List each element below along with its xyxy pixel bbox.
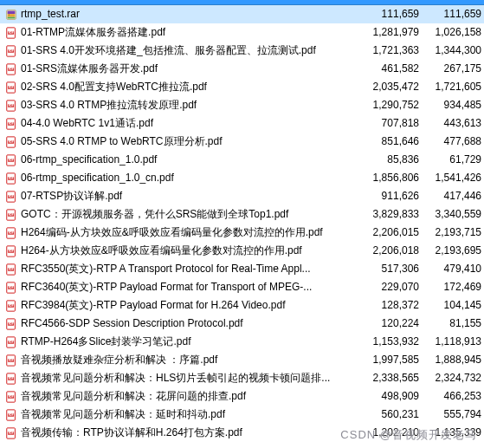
- file-packed-size: 466,253: [424, 387, 483, 406]
- file-size: 3,829,833: [365, 205, 424, 224]
- file-row[interactable]: 音视频常见问题分析和解决：花屏问题的排查.pdf498,909466,253: [0, 387, 484, 406]
- file-row[interactable]: 06-rtmp_specification_1.0_cn.pdf1,856,80…: [0, 169, 484, 187]
- pdf-icon: [3, 318, 19, 330]
- file-row[interactable]: 05-SRS 4.0 RTMP to WebRTC原理分析.pdf851,646…: [0, 133, 484, 151]
- file-size: 2,035,472: [365, 78, 424, 96]
- file-name: 02-SRS 4.0配置支持WebRTC推拉流.pdf: [19, 78, 365, 96]
- file-row[interactable]: H264-从方块效应&呼吸效应看编码量化参数对流控的作用.pdf2,206,01…: [0, 242, 484, 260]
- file-size: 1,290,752: [365, 96, 424, 114]
- file-name: 01-RTMP流媒体服务器搭建.pdf: [19, 23, 365, 42]
- file-row[interactable]: 01-SRS流媒体服务器开发.pdf461,582267,175: [0, 60, 484, 78]
- file-size: 1,856,806: [365, 169, 424, 187]
- file-row[interactable]: RTMP-H264多Slice封装学习笔记.pdf1,153,9321,118,…: [0, 333, 484, 351]
- file-packed-size: 61,729: [424, 151, 483, 169]
- file-name: 01-SRS 4.0开发环境搭建_包括推流、服务器配置、拉流测试.pdf: [19, 42, 365, 60]
- pdf-icon: [3, 263, 19, 276]
- file-row[interactable]: RFC4566-SDP Session Description Protocol…: [0, 315, 484, 333]
- file-name: 01-SRS流媒体服务器开发.pdf: [19, 60, 365, 78]
- file-name: 音视频常见问题分析和解决：花屏问题的排查.pdf: [19, 387, 365, 406]
- file-row[interactable]: H264编码-从方块效应&呼吸效应看编码量化参数对流控的作用.pdf2,206,…: [0, 224, 484, 242]
- file-name: GOTC：开源视频服务器，凭什么SRS能做到全球Top1.pdf: [19, 205, 365, 224]
- file-packed-size: 479,410: [424, 260, 483, 278]
- file-row[interactable]: rtmp_test.rar111,659111,659: [0, 5, 484, 23]
- pdf-icon: [3, 300, 19, 312]
- pdf-icon: [3, 336, 19, 348]
- file-row[interactable]: 04-4.0 WebRTC 1v1通话.pdf707,818443,613: [0, 114, 484, 133]
- file-packed-size: 1,026,158: [424, 23, 483, 42]
- file-size: 1,202,210: [365, 424, 424, 442]
- file-row[interactable]: RFC3640(英文)-RTP Payload Format for Trans…: [0, 278, 484, 296]
- file-row[interactable]: 07-RTSP协议详解.pdf911,626417,446: [0, 187, 484, 205]
- file-packed-size: 2,193,695: [424, 242, 483, 260]
- file-size: 1,997,585: [365, 351, 424, 369]
- pdf-icon: [3, 373, 19, 385]
- file-packed-size: 2,324,732: [424, 369, 483, 387]
- file-row[interactable]: RFC3550(英文)-RTP A Transport Protocol for…: [0, 260, 484, 278]
- file-name: 06-rtmp_specification_1.0_cn.pdf: [19, 169, 365, 187]
- file-packed-size: 1,118,913: [424, 333, 483, 351]
- file-size: 517,306: [365, 260, 424, 278]
- file-row[interactable]: RFC3984(英文)-RTP Payload Format for H.264…: [0, 296, 484, 315]
- file-size: 2,206,018: [365, 242, 424, 260]
- file-packed-size: 81,155: [424, 315, 483, 333]
- file-row[interactable]: 音视频常见问题分析和解决：延时和抖动.pdf560,231555,794: [0, 406, 484, 424]
- file-size: 85,836: [365, 151, 424, 169]
- file-row[interactable]: GOTC：开源视频服务器，凭什么SRS能做到全球Top1.pdf3,829,83…: [0, 205, 484, 224]
- file-packed-size: 417,446: [424, 187, 483, 205]
- file-size: 560,231: [365, 406, 424, 424]
- file-size: 120,224: [365, 315, 424, 333]
- pdf-icon: [3, 427, 19, 439]
- file-name: 04-4.0 WebRTC 1v1通话.pdf: [19, 114, 365, 133]
- file-name: 05-SRS 4.0 RTMP to WebRTC原理分析.pdf: [19, 133, 365, 151]
- pdf-icon: [3, 118, 19, 130]
- file-packed-size: 1,721,605: [424, 78, 483, 96]
- file-packed-size: 1,135,339: [424, 424, 483, 442]
- file-size: 1,281,979: [365, 23, 424, 42]
- pdf-icon: [3, 409, 19, 421]
- pdf-icon: [3, 136, 19, 148]
- file-size: 851,646: [365, 133, 424, 151]
- file-packed-size: 1,888,945: [424, 351, 483, 369]
- file-list[interactable]: rtmp_test.rar111,659111,65901-RTMP流媒体服务器…: [0, 5, 484, 442]
- file-row[interactable]: 音视频播放疑难杂症分析和解决 ：序篇.pdf1,997,5851,888,945: [0, 351, 484, 369]
- archive-icon: [3, 9, 19, 21]
- file-name: H264-从方块效应&呼吸效应看编码量化参数对流控的作用.pdf: [19, 242, 365, 260]
- file-packed-size: 934,485: [424, 96, 483, 114]
- file-row[interactable]: 音视频常见问题分析和解决：HLS切片丢帧引起的视频卡顿问题排...2,338,5…: [0, 369, 484, 387]
- file-size: 229,070: [365, 278, 424, 296]
- file-name: rtmp_test.rar: [19, 5, 365, 23]
- file-name: 03-SRS 4.0 RTMP推拉流转发原理.pdf: [19, 96, 365, 114]
- file-name: RFC3550(英文)-RTP A Transport Protocol for…: [19, 260, 365, 278]
- pdf-icon: [3, 282, 19, 294]
- file-packed-size: 3,340,559: [424, 205, 483, 224]
- pdf-icon: [3, 100, 19, 112]
- file-name: RFC4566-SDP Session Description Protocol…: [19, 315, 365, 333]
- file-size: 111,659: [365, 5, 424, 23]
- file-name: 音视频常见问题分析和解决：HLS切片丢帧引起的视频卡顿问题排...: [19, 369, 365, 387]
- pdf-icon: [3, 391, 19, 403]
- file-row[interactable]: 02-SRS 4.0配置支持WebRTC推拉流.pdf2,035,4721,72…: [0, 78, 484, 96]
- file-size: 461,582: [365, 60, 424, 78]
- file-row[interactable]: 01-SRS 4.0开发环境搭建_包括推流、服务器配置、拉流测试.pdf1,72…: [0, 42, 484, 60]
- pdf-icon: [3, 227, 19, 239]
- file-name: H264编码-从方块效应&呼吸效应看编码量化参数对流控的作用.pdf: [19, 224, 365, 242]
- file-row[interactable]: 01-RTMP流媒体服务器搭建.pdf1,281,9791,026,158: [0, 23, 484, 42]
- pdf-icon: [3, 209, 19, 221]
- file-packed-size: 555,794: [424, 406, 483, 424]
- file-size: 1,721,363: [365, 42, 424, 60]
- file-row[interactable]: 06-rtmp_specification_1.0.pdf85,83661,72…: [0, 151, 484, 169]
- file-packed-size: 1,541,426: [424, 169, 483, 187]
- file-packed-size: 172,469: [424, 278, 483, 296]
- pdf-icon: [3, 172, 19, 185]
- pdf-icon: [3, 45, 19, 57]
- file-name: 06-rtmp_specification_1.0.pdf: [19, 151, 365, 169]
- pdf-icon: [3, 191, 19, 203]
- file-size: 128,372: [365, 296, 424, 315]
- file-size: 2,338,565: [365, 369, 424, 387]
- file-row[interactable]: 03-SRS 4.0 RTMP推拉流转发原理.pdf1,290,752934,4…: [0, 96, 484, 114]
- pdf-icon: [3, 63, 19, 75]
- file-packed-size: 477,688: [424, 133, 483, 151]
- file-size: 498,909: [365, 387, 424, 406]
- file-name: 音视频播放疑难杂症分析和解决 ：序篇.pdf: [19, 351, 365, 369]
- file-row[interactable]: 音视频传输：RTP协议详解和H.264打包方案.pdf1,202,2101,13…: [0, 424, 484, 442]
